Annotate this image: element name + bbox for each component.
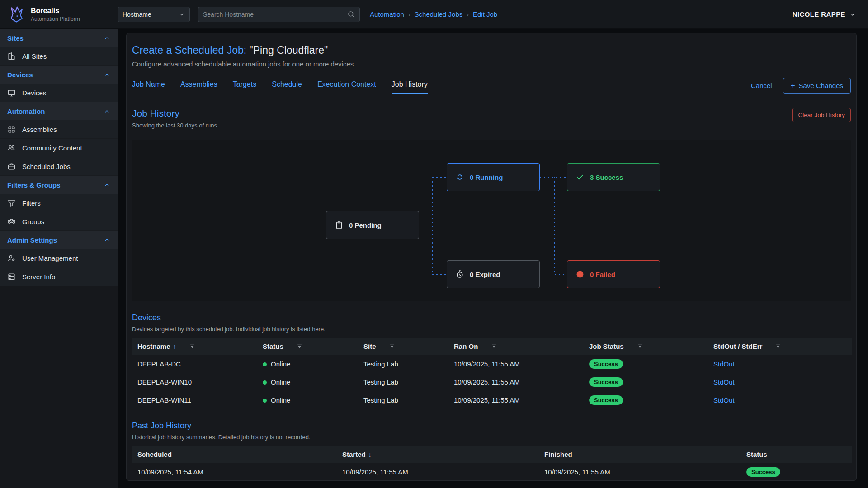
stdout-link[interactable]: StdOut <box>713 396 735 404</box>
building-icon <box>7 52 16 61</box>
column-header-started[interactable]: Started ↓ <box>337 446 539 463</box>
section-label: Filters & Groups <box>7 181 61 189</box>
breadcrumb-edit-job[interactable]: Edit Job <box>473 10 497 18</box>
stdout-cell: StdOut <box>708 373 852 391</box>
filter-menu-icon[interactable] <box>189 343 196 350</box>
sort-descending-icon[interactable]: ↓ <box>368 451 372 458</box>
sidebar-section-automation[interactable]: Automation <box>0 102 118 120</box>
column-header-stdout[interactable]: StdOut / StdErr <box>708 338 852 355</box>
sidebar-item-server-info[interactable]: Server Info <box>0 267 118 286</box>
page-title-job-name: "Ping Cloudflare" <box>250 44 328 56</box>
pending-count-label: 0 Pending <box>349 221 382 229</box>
clear-job-history-button[interactable]: Clear Job History <box>792 108 851 122</box>
breadcrumb-scheduled-jobs[interactable]: Scheduled Jobs <box>415 10 463 18</box>
running-state-card[interactable]: 0 Running <box>447 163 540 191</box>
column-label: Ran On <box>454 343 478 350</box>
tab-targets[interactable]: Targets <box>233 80 256 94</box>
column-header-site[interactable]: Site <box>358 338 448 355</box>
tab-job-history[interactable]: Job History <box>392 80 428 94</box>
save-changes-label: Save Changes <box>799 82 843 89</box>
sidebar-item-groups[interactable]: Groups <box>0 212 118 231</box>
finished-cell: 10/09/2025, 11:55 AM <box>539 463 741 481</box>
section-label: Sites <box>7 34 24 42</box>
sidebar-item-devices[interactable]: Devices <box>0 84 118 102</box>
sidebar-item-filters[interactable]: Filters <box>0 194 118 212</box>
stdout-cell: StdOut <box>708 391 852 409</box>
tab-assemblies[interactable]: Assemblies <box>180 80 217 94</box>
error-icon <box>576 270 585 279</box>
sidebar-item-user-management[interactable]: User Management <box>0 249 118 267</box>
tab-schedule[interactable]: Schedule <box>272 80 302 94</box>
timer-icon <box>455 270 464 279</box>
column-label: Job Status <box>589 343 624 350</box>
sidebar-section-devices[interactable]: Devices <box>0 66 118 84</box>
past-job-history-heading: Past Job History <box>132 421 851 431</box>
filter-menu-icon[interactable] <box>389 343 396 350</box>
user-menu[interactable]: NICOLE RAPPE <box>793 10 856 18</box>
chevron-down-icon <box>849 11 856 18</box>
status-badge: Success <box>746 467 780 477</box>
expired-state-card[interactable]: 0 Expired <box>447 260 540 288</box>
sidebar-item-assemblies[interactable]: Assemblies <box>0 120 118 139</box>
job-history-header: Job History Showing the last 30 days of … <box>132 108 851 129</box>
success-state-card[interactable]: 3 Success <box>567 163 660 191</box>
column-header-job-status[interactable]: Job Status <box>584 338 708 355</box>
sidebar-section-sites[interactable]: Sites <box>0 29 118 47</box>
chevron-up-icon <box>104 182 110 188</box>
sidebar-item-label: All Sites <box>22 52 47 60</box>
sidebar-item-community-content[interactable]: Community Content <box>0 139 118 157</box>
online-status-dot <box>263 362 267 366</box>
filter-menu-icon[interactable] <box>637 343 643 350</box>
column-header-status[interactable]: Status <box>741 446 852 463</box>
sidebar-item-scheduled-jobs[interactable]: Scheduled Jobs <box>0 157 118 176</box>
column-header-status[interactable]: Status <box>257 338 358 355</box>
search-input[interactable] <box>203 11 347 18</box>
table-row: DEEPLAB-WIN11 Online Testing Lab 10/09/2… <box>132 391 852 409</box>
sidebar-item-label: User Management <box>22 254 78 262</box>
chevron-up-icon <box>104 35 110 42</box>
ran-on-cell: 10/09/2025, 11:55 AM <box>448 373 584 391</box>
past-job-history-subheading: Historical job history summaries. Detail… <box>132 434 851 441</box>
running-count-label: 0 Running <box>470 174 503 181</box>
hostname-cell: DEEPLAB-WIN11 <box>132 391 257 409</box>
devices-subheading: Devices targeted by this scheduled job. … <box>132 326 851 333</box>
breadcrumb-separator: › <box>408 11 410 18</box>
hostname-cell: DEEPLAB-WIN10 <box>132 373 257 391</box>
hostname-select[interactable]: Hostname <box>118 7 190 22</box>
column-header-hostname[interactable]: Hostname ↑ <box>132 338 257 355</box>
breadcrumb: Automation › Scheduled Jobs › Edit Job <box>370 10 497 18</box>
page-subtitle: Configure advanced schedulable automatio… <box>132 60 851 68</box>
table-row: DEEPLAB-WIN10 Online Testing Lab 10/09/2… <box>132 373 852 391</box>
column-label: StdOut / StdErr <box>713 343 762 350</box>
save-changes-button[interactable]: + Save Changes <box>783 78 851 94</box>
online-status-dot <box>263 380 267 385</box>
check-icon <box>576 173 585 182</box>
user-management-icon <box>7 254 16 263</box>
cancel-button[interactable]: Cancel <box>751 82 772 89</box>
column-header-ran-on[interactable]: Ran On <box>448 338 584 355</box>
sidebar-item-all-sites[interactable]: All Sites <box>0 47 118 66</box>
search-icon[interactable] <box>347 10 355 18</box>
filter-menu-icon[interactable] <box>491 343 497 350</box>
column-header-finished[interactable]: Finished <box>539 446 741 463</box>
sort-ascending-icon[interactable]: ↑ <box>173 343 176 350</box>
failed-state-card[interactable]: 0 Failed <box>567 260 660 288</box>
server-icon <box>7 272 16 281</box>
stdout-link[interactable]: StdOut <box>713 360 735 368</box>
main-panel: Create a Scheduled Job: "Ping Cloudflare… <box>126 33 857 481</box>
stdout-link[interactable]: StdOut <box>713 378 735 386</box>
pending-state-card[interactable]: 0 Pending <box>326 211 419 239</box>
sidebar-section-admin-settings[interactable]: Admin Settings <box>0 231 118 249</box>
filter-menu-icon[interactable] <box>775 343 782 350</box>
tab-execution-context[interactable]: Execution Context <box>317 80 376 94</box>
sidebar-section-filters-groups[interactable]: Filters & Groups <box>0 176 118 194</box>
sidebar-item-label: Filters <box>22 199 41 207</box>
tab-job-name[interactable]: Job Name <box>132 80 165 94</box>
column-header-scheduled[interactable]: Scheduled <box>132 446 337 463</box>
breadcrumb-automation[interactable]: Automation <box>370 10 404 18</box>
brand-subtitle: Automation Platform <box>31 16 80 22</box>
table-row: 10/09/2025, 11:54 AM 10/09/2025, 11:55 A… <box>132 463 852 481</box>
filter-menu-icon[interactable] <box>296 343 303 350</box>
devices-heading: Devices <box>132 313 851 323</box>
filter-icon <box>7 199 16 207</box>
